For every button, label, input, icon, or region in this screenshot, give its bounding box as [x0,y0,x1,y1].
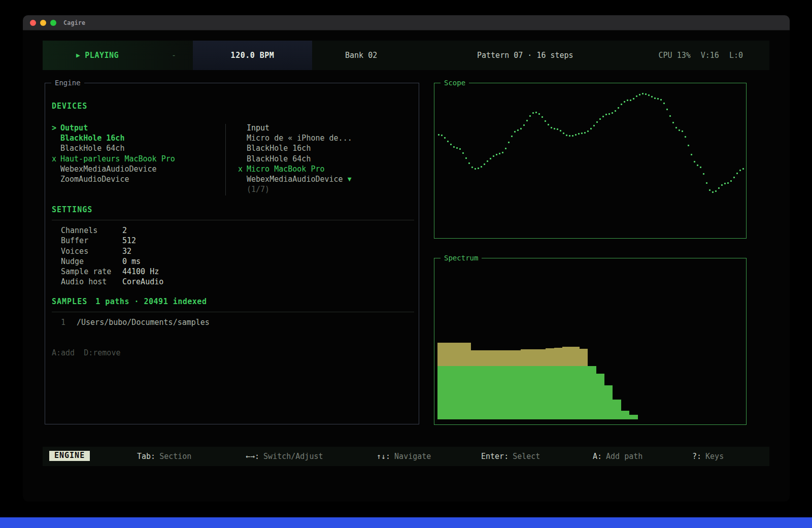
input-device-list: InputMicro de « iPhone de...BlackHole 16… [238,123,411,194]
scope-dot [660,99,662,101]
scope-dot [666,109,668,110]
scope-dot [688,145,689,146]
scope-dot [624,101,625,103]
device-indicator-icon: ▼ [348,174,352,184]
spectrum-bar-peak [537,349,546,366]
setting-value[interactable]: 2 [122,226,127,235]
spectrum-bar-peak [479,350,488,366]
scope-panel: Scope [434,83,747,239]
footer-bar: ENGINE Tab:Section←→:Switch/Adjust↑↓:Nav… [43,447,769,466]
setting-value[interactable]: 44100 Hz [122,267,159,276]
spectrum-bar-peak [521,349,529,366]
setting-row-channels[interactable]: Channels2 [61,225,163,236]
setting-value[interactable]: 0 ms [122,257,141,266]
setting-row-voices[interactable]: Voices32 [61,246,163,256]
scope-dot [685,136,686,138]
output-device-haut-parleurs-macbook-pro[interactable]: xHaut-parleurs MacBook Pro [52,154,222,164]
spectrum-bar-level [521,366,529,419]
scope-dot [459,148,461,150]
spectrum-bar-peak [571,347,580,366]
samples-divider [52,312,414,312]
setting-value[interactable]: CoreAudio [122,277,163,286]
input-device-micro-macbook-pro[interactable]: xMicro MacBook Pro [238,164,411,174]
input-device-blackhole-64ch[interactable]: BlackHole 64ch [238,154,411,164]
setting-row-audio-host[interactable]: Audio hostCoreAudio [61,277,163,287]
settings-list: Channels2Buffer512Voices32Nudge0 msSampl… [61,225,163,287]
spectrum-bar-level [621,411,629,419]
scope-dot [499,153,500,154]
setting-value[interactable]: 512 [122,236,136,245]
spectrum-bar [579,259,588,424]
scope-dot [721,184,723,186]
scope-dot [450,144,452,145]
spectrum-bar-peak [446,343,454,366]
device-label: ZoomAudioDevice [60,174,129,184]
spectrum-bar [454,259,463,424]
output-device-blackhole-16ch[interactable]: BlackHole 16ch [52,133,222,143]
shortcut-keys: ?:Keys [692,447,724,466]
spectrum-bar-level [496,366,504,419]
scope-dot [471,167,473,168]
spectrum-bar-level [571,366,580,419]
scope-dot [444,137,446,139]
scope-dot [438,134,439,136]
mode-badge: ENGINE [49,451,90,461]
spectrum-bar-level [488,366,496,419]
scope-dot [596,121,598,123]
device-label: WebexMediaAudioDevice [60,164,157,174]
shortcut-key: A: [593,452,602,461]
scope-dot [727,182,729,184]
output-device-webexmediaaudiodevice[interactable]: WebexMediaAudioDevice [52,164,222,174]
scope-dot [645,93,647,95]
scope-waveform [435,84,746,238]
scope-dot [679,129,680,131]
scope-dot [578,133,580,135]
active-device-marker [238,174,247,184]
shortcut-section: Tab:Section [137,447,191,466]
setting-row-sample-rate[interactable]: Sample rate44100 Hz [61,267,163,277]
sample-path-row[interactable]: 1/Users/bubo/Documents/samples [61,317,210,327]
scope-dot [505,148,506,149]
scope-dot [599,118,601,120]
samples-hint: A:add D:remove [52,348,120,357]
setting-row-nudge[interactable]: Nudge0 ms [61,256,163,267]
scope-dot [612,112,613,114]
scope-dot [718,187,720,189]
input-device-blackhole-16ch[interactable]: BlackHole 16ch [238,143,411,153]
active-device-marker [238,184,247,194]
device-columns: >OutputBlackHole 16chBlackHole 64chxHaut… [52,123,412,199]
scope-dot [703,173,704,175]
active-device-marker [52,164,60,174]
scope-dot [560,130,561,131]
scope-dot [551,127,552,128]
scope-dot [484,163,485,165]
scope-dot [441,135,443,136]
spectrum-bar-level [588,366,596,419]
close-window-button[interactable] [30,20,36,26]
scope-dot [453,146,455,148]
spectrum-bar-level [446,366,454,419]
output-device-blackhole-64ch[interactable]: BlackHole 64ch [52,143,222,153]
input-device-micro-de-iphone-de[interactable]: Micro de « iPhone de... [238,133,411,143]
transport-separator: - [172,41,176,70]
zoom-window-button[interactable] [50,20,56,26]
minimize-window-button[interactable] [40,20,46,26]
active-device-marker [238,133,247,143]
input-device-webexmediaaudiodevice[interactable]: WebexMediaAudioDevice▼ [238,174,411,184]
setting-value[interactable]: 32 [122,247,131,256]
shortcut-label: Add path [606,452,642,461]
scope-dot [602,116,604,117]
output-device-zoomaudiodevice[interactable]: ZoomAudioDevice [52,174,222,184]
shortcut-label: Keys [705,452,724,461]
scope-dot [529,115,531,117]
scope-dot [468,162,470,164]
cpu-usage: CPU 13% [659,51,691,60]
spectrum-bar-peak [437,343,446,366]
window-titlebar[interactable]: Cagire [23,15,790,30]
engine-panel-label: Engine [51,79,84,87]
output-column-header[interactable]: >Output [52,123,222,133]
setting-label: Buffer [61,236,122,246]
input-column-header[interactable]: Input [238,123,411,133]
shortcut-label: Switch/Adjust [263,452,323,461]
setting-row-buffer[interactable]: Buffer512 [61,236,163,246]
